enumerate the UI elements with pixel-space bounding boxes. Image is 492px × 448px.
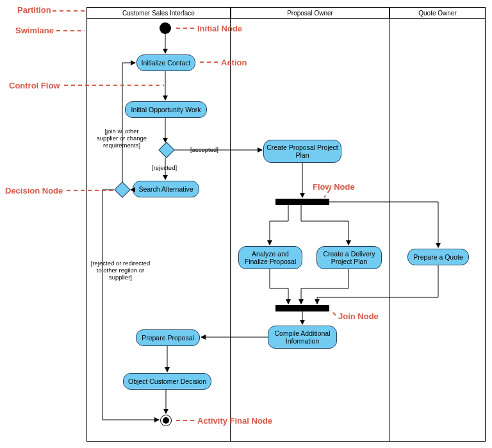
callout-join-node: Join Node <box>338 311 379 321</box>
action-label: Object Customer Decision <box>128 377 206 385</box>
diagram-stage: Customer Sales Interface Proposal Owner … <box>0 0 492 448</box>
action-label: Initial Opportunity Work <box>131 106 201 113</box>
lane-header-1-label: Customer Sales Interface <box>122 10 195 17</box>
lane-header-2: Proposal Owner <box>231 7 390 19</box>
action-label: Prepare a Quote <box>413 253 463 261</box>
fork-bar <box>275 199 329 205</box>
callout-initial-node: Initial Node <box>197 24 242 33</box>
action-search-alternative: Search Alternative <box>133 181 199 197</box>
lane-header-2-label: Proposal Owner <box>287 10 333 17</box>
action-prepare-proposal: Prepare Proposal <box>136 329 200 346</box>
final-node <box>160 415 172 426</box>
guard-join-other: [join w. other supplier or change requir… <box>94 128 150 149</box>
lane-body-2 <box>231 19 390 442</box>
action-label: Compile Additional Information <box>271 329 334 345</box>
guard-rejected-redirect: [rejected or redirected to other regiion… <box>88 260 152 281</box>
action-create-plan: Create Proposal Project Plan <box>263 140 341 163</box>
action-label: Search Alternative <box>138 185 193 193</box>
action-initial-opportunity: Initial Opportunity Work <box>125 101 207 118</box>
action-label: Create a Delivery Project Plan <box>320 250 379 265</box>
lane-header-1: Customer Sales Interface <box>86 7 231 19</box>
callout-control-flow: Control Flow <box>9 81 60 90</box>
guard-rejected: [rejected] <box>152 165 177 172</box>
action-label: Analyze and Finalize Proposal <box>242 250 299 265</box>
action-label: Initialize Contact <box>141 59 190 67</box>
callout-final-node: Activity Final Node <box>197 416 272 426</box>
callout-swimlane: Swimlane <box>15 26 54 35</box>
action-label: Prepare Proposal <box>142 334 194 342</box>
final-node-dot <box>163 417 169 424</box>
action-analyze: Analyze and Finalize Proposal <box>238 246 302 269</box>
lane-header-3: Quote Owner <box>390 7 486 19</box>
callout-decision-node: Decision Node <box>5 186 63 195</box>
action-compile: Compile Additional Information <box>268 326 337 349</box>
callout-flow-node: Flow Node <box>313 182 355 192</box>
action-label: Create Proposal Project Plan <box>266 144 338 159</box>
callout-partition: Partition <box>17 5 51 15</box>
lane-body-3 <box>390 19 486 442</box>
action-initialize-contact: Initialize Contact <box>136 54 195 71</box>
lane-header-3-label: Quote Owner <box>418 10 456 17</box>
action-quote: Prepare a Quote <box>407 249 469 265</box>
join-bar <box>275 305 329 311</box>
callout-action: Action <box>221 58 247 67</box>
guard-accepted: [accepted] <box>190 147 218 154</box>
initial-node <box>160 22 171 34</box>
action-object-decision: Object Customer Decision <box>123 373 211 390</box>
action-delivery: Create a Delivery Project Plan <box>316 246 382 269</box>
